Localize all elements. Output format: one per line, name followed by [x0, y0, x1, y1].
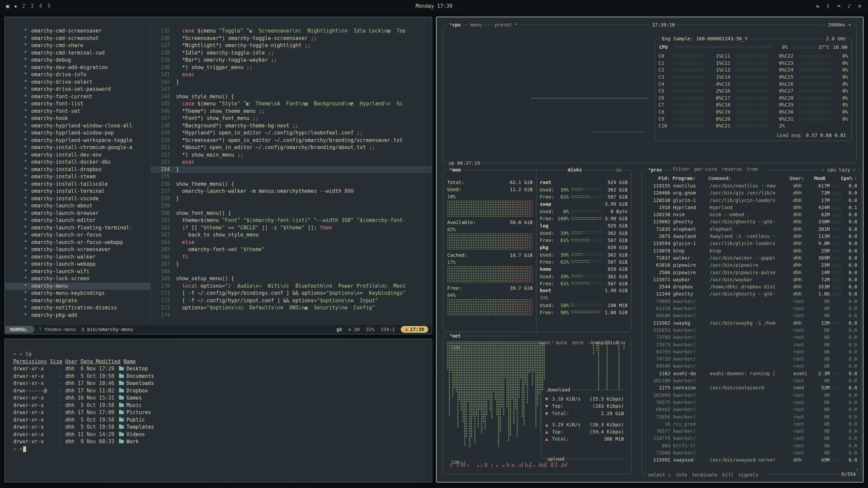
process-row[interactable]: 102100kworker/root0B0.0	[646, 377, 857, 384]
process-row[interactable]: 71835elephantelephantdhh381M0.0	[646, 226, 857, 233]
workspace-button[interactable]: 4	[39, 3, 42, 9]
file-tree-item[interactable]: *omarchy-install-vscode	[5, 195, 151, 203]
process-row[interactable]: 2544dropbox/home/dhh/.dropbox-distdhh353…	[646, 283, 857, 290]
process-row[interactable]: 115991swayosd-/usr/bin/swayosd-serverdhh…	[646, 456, 857, 464]
process-row[interactable]: 120406org.gnom/usr/bin/gjs /usr/lib/odhh…	[646, 189, 857, 197]
file-tree-item[interactable]: *omarchy-hyprland-window-pop	[5, 129, 151, 137]
process-row[interactable]: 73656kworker/root0B0.0	[646, 413, 857, 421]
proc-action-kill[interactable]: kill	[722, 472, 734, 477]
process-row[interactable]: 119082ghostty/usr/bin/ghostty --gtk-dhh3…	[646, 218, 857, 225]
workspace-button[interactable]: 2	[22, 3, 25, 9]
file-tree-item[interactable]: *omarchy-dev-add-migration	[5, 64, 151, 72]
process-row[interactable]: 71837walker/usr/bin/walker --gappldhh369…	[646, 255, 857, 262]
interval-increase-button[interactable]: +	[848, 22, 851, 27]
file-tree-item[interactable]: *omarchy-install-dev-env	[5, 151, 151, 159]
file-tree-item[interactable]: *omarchy-launch-editor	[5, 217, 151, 224]
file-tree-item[interactable]: *omarchy-drive-select	[5, 79, 151, 86]
keyboard-icon[interactable]: ⌨	[837, 3, 840, 9]
process-row[interactable]: 115962swaybg/usr/bin/swaybg -i /homdhh12…	[646, 320, 857, 327]
workspace-dot-icon[interactable]: ●	[15, 4, 17, 8]
file-tree-item[interactable]: *omarchy-menu-keybindings	[5, 290, 151, 297]
file-tree-item[interactable]: *omarchy-pkg-add	[5, 312, 151, 319]
file-tree-item[interactable]: *omarchy-launch-browser	[5, 210, 151, 217]
folder-name[interactable]: Desktop	[126, 366, 148, 372]
process-row[interactable]: 102099kworker/root0B0.0	[646, 392, 857, 399]
file-tree-item[interactable]: *omarchy-launch-wifi	[5, 268, 151, 276]
proc-option-tree[interactable]: tree	[747, 166, 758, 172]
bluetooth-icon[interactable]: ᛒ	[827, 3, 830, 9]
process-row[interactable]: 115971waybar/usr/bin/waybardhh72M0.0	[646, 276, 857, 283]
folder-name[interactable]: Videos	[126, 431, 145, 438]
process-row[interactable]: 110775kworker/root0B0.0	[646, 435, 857, 442]
file-tree-item[interactable]: *omarchy-hyprland-window-close-all	[5, 122, 151, 130]
interval-decrease-button[interactable]: -	[823, 22, 825, 27]
process-row[interactable]: 72088kworker/root0B0.0	[646, 449, 857, 456]
proc-action-info[interactable]: info	[675, 472, 687, 477]
process-row[interactable]: 116853kworker/root0B0.0	[646, 327, 857, 334]
process-row[interactable]: 12244ghostty/usr/bin/ghostty --gtk-dhh1.…	[646, 290, 857, 298]
file-tree-item[interactable]: *omarchy-launch-about	[5, 202, 151, 210]
workspace-button[interactable]: 5	[47, 3, 51, 9]
file-tree-item[interactable]: *omarchy-cmd-share	[5, 42, 151, 49]
file-tree-item[interactable]: *omarchy-launch-screensaver	[5, 246, 151, 253]
process-row[interactable]: 73703kworker/root0B0.0	[646, 334, 857, 341]
folder-name[interactable]: Music	[126, 402, 142, 408]
folder-name[interactable]: Dropbox	[126, 388, 148, 394]
file-tree-item[interactable]: *omarchy-font-list	[5, 100, 151, 108]
process-row[interactable]: 120538glycin-i/usr/lib/glycin-loadersdhh…	[646, 197, 857, 204]
folder-name[interactable]: Documents	[126, 373, 154, 379]
proc-option-filter[interactable]: filter	[672, 166, 690, 172]
file-tree-item[interactable]: *omarchy-launch-floating-terminal-	[5, 224, 151, 232]
file-tree-item[interactable]: *omarchy-install-steam	[5, 173, 151, 181]
program-header[interactable]: Program:	[672, 176, 706, 181]
process-row[interactable]: 76577kworker/root0B0.0	[646, 428, 857, 435]
process-row[interactable]: 2075XwaylandXwayland :1 -rootless -dhh11…	[646, 233, 857, 240]
process-row[interactable]: 76575kworker/root0B0.0	[646, 399, 857, 406]
folder-name[interactable]: Work	[126, 439, 139, 445]
process-row[interactable]: 119594glycin-i/usr/lib/glycin-loadersdhh…	[646, 240, 857, 247]
process-row[interactable]: 1162avahi-daavahi-daemon: running [avahi…	[646, 370, 857, 377]
preset-button[interactable]: preset *	[493, 21, 519, 28]
file-tree-item[interactable]: *omarchy-menu	[5, 283, 151, 290]
process-row[interactable]: 74869kworker/root0B0.0	[646, 298, 857, 305]
file-tree-item[interactable]: *omarchy-launch-or-focus-webapp	[5, 239, 151, 246]
file-tree-item[interactable]: *omarchy-migrate	[5, 297, 151, 305]
file-tree-item[interactable]: *omarchy-cmd-screenshot	[5, 35, 151, 42]
sort-selector[interactable]: ‹ cpu lazy ›	[820, 166, 858, 173]
proc-action-signals[interactable]: signals	[738, 472, 758, 477]
process-row[interactable]: 68586kworker/root0B0.0	[646, 312, 857, 319]
folder-name[interactable]: Public	[126, 417, 145, 423]
terminal-window[interactable]: ~ › ls Permissions Size User Date Modifi…	[4, 339, 432, 483]
clock[interactable]: Monday 17:39	[416, 3, 452, 9]
file-tree-item[interactable]: *omarchy-install-docker-dbs	[5, 159, 151, 166]
menu-button[interactable]: menu	[468, 21, 484, 28]
file-tree-item[interactable]: *omarchy-debug	[5, 57, 151, 64]
volume-icon[interactable]: ♪	[848, 3, 851, 9]
power-icon[interactable]: ⊙	[858, 3, 861, 9]
file-tree-item[interactable]: *omarchy-install-tailscale	[5, 181, 151, 188]
process-row[interactable]: 68402kworker/root0B0.0	[646, 406, 857, 413]
process-row[interactable]: 1275containe/usr/bin/containerdroot52M0.…	[646, 384, 857, 391]
proc-action-select[interactable]: select ↓	[648, 472, 671, 477]
process-row[interactable]: 64759kworker/root0B0.0	[646, 348, 857, 355]
process-row[interactable]: 803btrfs-trroot0B0.0	[646, 442, 857, 449]
btop-window[interactable]: ¹cpu menu preset * 17:39:16 - 2000ms + E…	[436, 17, 864, 483]
file-tree-item[interactable]: *omarchy-cmd-screensaver	[5, 27, 151, 35]
file-tree-item[interactable]: *omarchy-hyprland-workspace-toggle	[5, 137, 151, 144]
file-tree-item[interactable]: *omarchy-drive-set-password	[5, 86, 151, 93]
pid-header[interactable]: Pid:	[646, 176, 670, 181]
file-tree-item[interactable]: *omarchy-drive-info	[5, 71, 151, 79]
file-tree-item[interactable]: *omarchy-launch-walker	[5, 253, 151, 261]
proc-option-per-core[interactable]: per-core	[694, 166, 717, 172]
folder-name[interactable]: Templates	[126, 424, 154, 430]
code-pane[interactable]: 135 case $(menu "Toggle" "◐ Screensaver\…	[151, 17, 432, 325]
command-header[interactable]: Command:	[708, 176, 787, 181]
file-tree-item[interactable]: *omarchy-install-dropbox	[5, 166, 151, 174]
workspace-button[interactable]: 3	[31, 3, 34, 9]
user-header[interactable]: User:	[790, 176, 809, 181]
process-row[interactable]: 119078btopbtopdhh25M0.0	[646, 247, 857, 255]
active-workspace-icon[interactable]: ▣	[6, 3, 9, 9]
process-row[interactable]: 120238nvimnvim --embed .dhh62M0.0	[646, 211, 857, 218]
file-tree-item[interactable]: *omarchy-install-chromium-google-a	[5, 144, 151, 151]
process-row[interactable]: 81310kworker/root0B0.0	[646, 305, 857, 312]
